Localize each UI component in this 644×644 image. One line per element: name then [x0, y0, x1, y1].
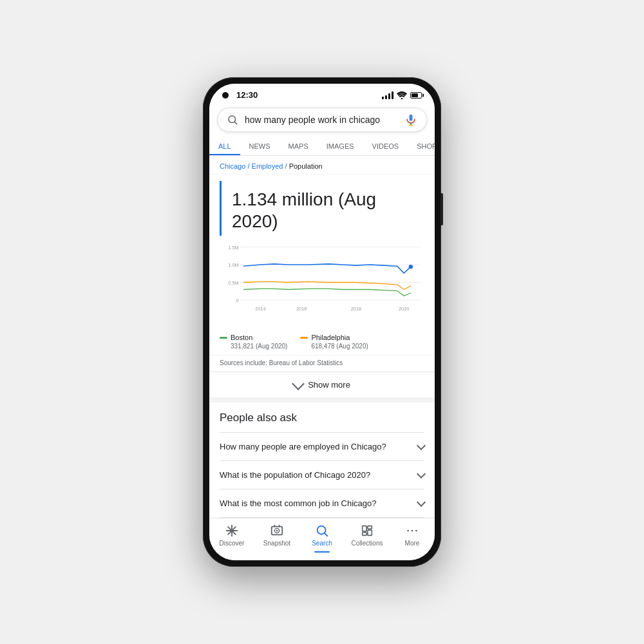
collections-icon: [360, 524, 374, 538]
svg-text:2014: 2014: [255, 307, 265, 312]
tab-news[interactable]: NEWS: [240, 137, 279, 155]
search-nav-label: Search: [312, 540, 332, 547]
snapshot-label: Snapshot: [263, 540, 290, 547]
svg-point-25: [276, 530, 278, 532]
svg-point-35: [412, 530, 413, 532]
search-icon: [227, 114, 238, 126]
search-bar-container: how many people work in chicago: [209, 104, 435, 137]
status-icons: [382, 91, 422, 99]
boston-color-bar: [220, 337, 227, 339]
mic-icon[interactable]: [404, 113, 417, 126]
search-nav-icon: [315, 524, 329, 538]
philadelphia-color-bar: [300, 337, 308, 339]
snapshot-icon: [270, 524, 284, 538]
paa-question-2: What is the most common job in Chicago?: [220, 498, 418, 508]
status-bar: 12:30: [209, 84, 435, 104]
svg-rect-32: [368, 530, 372, 535]
scroll-content: Chicago / Employed / Population 1.134 mi…: [209, 156, 435, 518]
svg-text:2018: 2018: [351, 307, 361, 312]
camera-dot: [222, 92, 229, 99]
search-query-text: how many people work in chicago: [245, 115, 404, 125]
paa-chevron-1: [417, 469, 426, 478]
chart-svg: 1.5M 1.0M 0.5M 0 2014 2016 2018 2020: [220, 243, 424, 314]
paa-item-2[interactable]: What is the most common job in Chicago?: [220, 489, 424, 517]
discover-icon: [225, 524, 239, 538]
paa-chevron-0: [417, 441, 426, 450]
breadcrumb: Chicago / Employed / Population: [209, 156, 435, 175]
nav-search[interactable]: Search: [299, 524, 345, 553]
discover-label: Discover: [220, 540, 245, 547]
svg-text:1.0M: 1.0M: [228, 262, 238, 268]
boston-value: 331,821 (Aug 2020): [231, 343, 287, 350]
tab-videos[interactable]: VIDEOS: [363, 137, 408, 155]
svg-text:2020: 2020: [399, 307, 409, 312]
svg-point-18: [409, 265, 413, 269]
svg-point-0: [401, 98, 403, 99]
show-more-label: Show more: [308, 380, 350, 390]
svg-line-2: [234, 122, 236, 124]
legend-philadelphia: Philadelphia 618,478 (Aug 2020): [300, 334, 368, 350]
legend-boston: Boston 331,821 (Aug 2020): [220, 334, 287, 350]
svg-text:2016: 2016: [296, 307, 307, 312]
tab-shopping[interactable]: SHOPPING: [408, 137, 435, 155]
chevron-down-icon: [292, 377, 305, 390]
battery-icon: [410, 92, 422, 99]
breadcrumb-part2[interactable]: Employed: [252, 162, 283, 170]
phone-device: 12:30: [203, 77, 441, 567]
nav-more[interactable]: More: [390, 524, 435, 553]
show-more-button[interactable]: Show more: [209, 372, 435, 397]
boston-city-label: Boston: [231, 334, 252, 341]
svg-text:1.5M: 1.5M: [228, 245, 238, 251]
philadelphia-value: 618,478 (Aug 2020): [311, 343, 368, 350]
source-text: Sources include: Bureau of Labor Statist…: [209, 355, 435, 372]
signal-icon: [382, 91, 393, 99]
chart-legend: Boston 331,821 (Aug 2020) Philadelphia 6…: [209, 331, 435, 355]
svg-rect-3: [410, 115, 413, 121]
paa-question-0: How many people are employed in Chicago?: [220, 442, 418, 451]
paa-title: People also ask: [220, 412, 424, 424]
chart-container: 1.5M 1.0M 0.5M 0 2014 2016 2018 2020: [209, 241, 435, 331]
search-bar[interactable]: how many people work in chicago: [217, 108, 427, 132]
bottom-nav: Discover Snapshot: [209, 518, 435, 560]
breadcrumb-part1[interactable]: Chicago: [220, 162, 245, 170]
people-also-ask-section: People also ask How many people are empl…: [209, 402, 435, 518]
svg-point-34: [407, 530, 409, 532]
search-active-indicator: [314, 551, 330, 553]
paa-item-1[interactable]: What is the population of Chicago 2020?: [220, 460, 424, 489]
more-label: More: [405, 540, 420, 547]
main-stat: 1.134 million (Aug 2020): [220, 181, 424, 236]
nav-snapshot[interactable]: Snapshot: [254, 524, 299, 553]
tab-bar: ALL NEWS MAPS IMAGES VIDEOS SHOPPING: [209, 137, 435, 156]
paa-item-0[interactable]: How many people are employed in Chicago?: [220, 432, 424, 460]
breadcrumb-current: Population: [289, 162, 323, 170]
svg-rect-30: [363, 526, 366, 531]
paa-chevron-2: [417, 498, 426, 507]
svg-rect-31: [368, 526, 372, 529]
nav-discover[interactable]: Discover: [209, 524, 254, 553]
svg-text:0: 0: [236, 298, 239, 303]
paa-question-1: What is the population of Chicago 2020?: [220, 470, 418, 480]
wifi-icon: [397, 91, 407, 99]
philadelphia-city-label: Philadelphia: [311, 334, 350, 341]
tab-maps[interactable]: MAPS: [279, 137, 317, 155]
knowledge-panel-card: Chicago / Employed / Population 1.134 mi…: [209, 156, 435, 397]
nav-collections[interactable]: Collections: [345, 524, 390, 553]
collections-label: Collections: [352, 540, 383, 547]
more-icon: [405, 524, 419, 538]
svg-rect-33: [363, 533, 366, 536]
svg-point-36: [415, 530, 417, 532]
side-button: [440, 193, 443, 225]
svg-text:0.5M: 0.5M: [228, 280, 238, 286]
svg-line-29: [325, 533, 327, 536]
tab-images[interactable]: IMAGES: [317, 137, 363, 155]
status-time: 12:30: [236, 90, 258, 100]
tab-all[interactable]: ALL: [209, 137, 240, 155]
